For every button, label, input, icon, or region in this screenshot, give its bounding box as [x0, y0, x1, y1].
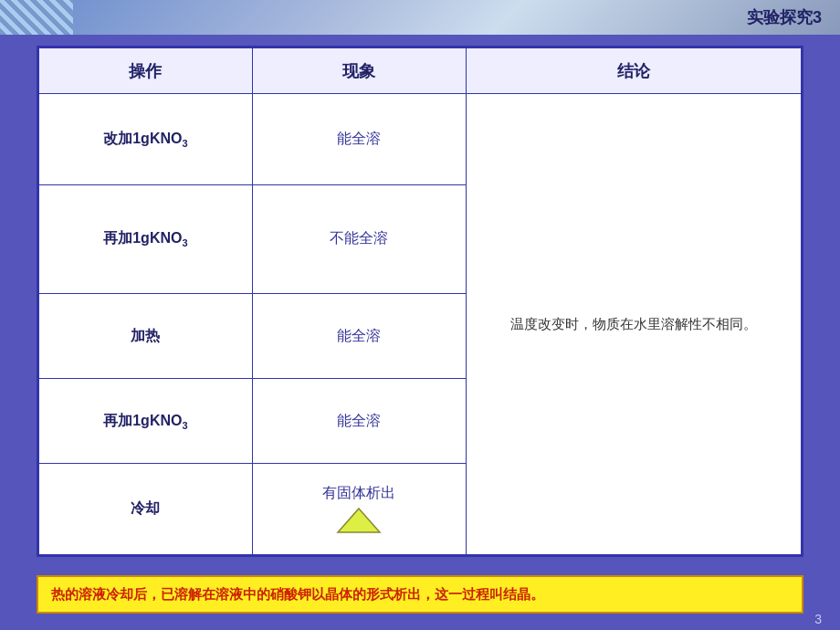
slide-title: 实验探究3: [747, 6, 822, 28]
svg-marker-0: [338, 509, 380, 532]
phenomenon-text-5: 有固体析出: [260, 484, 458, 503]
phen-cell-3: 能全溶: [252, 294, 466, 379]
op-cell-4: 再加1gKNO3: [39, 379, 253, 464]
experiment-table: 操作 现象 结论 改加1gKNO3 能全溶 温度改变时，物质在水里溶解性不相同。: [38, 47, 802, 555]
op-cell-1: 改加1gKNO3: [39, 94, 253, 185]
conclusion-text: 温度改变时，物质在水里溶解性不相同。: [510, 316, 757, 331]
phen-cell-5: 有固体析出: [252, 464, 466, 555]
op-cell-3: 加热: [39, 294, 253, 379]
op-cell-2: 再加1gKNO3: [39, 184, 253, 294]
bottom-text-bar: 热的溶液冷却后，已溶解在溶液中的硝酸钾以晶体的形式析出，这一过程叫结晶。: [37, 575, 803, 614]
phen-cell-1: 能全溶: [252, 94, 466, 185]
phen-cell-2: 不能全溶: [252, 184, 466, 294]
phen-cell-4: 能全溶: [252, 379, 466, 464]
conc-cell-merged: 温度改变时，物质在水里溶解性不相同。: [466, 94, 801, 555]
slide-background: 实验探究3 操作 现象 结论 改加1gKNO3 能全溶 温度改: [0, 0, 840, 630]
table-row: 改加1gKNO3 能全溶 温度改变时，物质在水里溶解性不相同。: [39, 94, 802, 185]
page-number: 3: [814, 612, 822, 626]
header-phenomenon: 现象: [252, 48, 466, 94]
up-arrow-icon: [336, 507, 382, 534]
bottom-text: 热的溶液冷却后，已溶解在溶液中的硝酸钾以晶体的形式析出，这一过程叫结晶。: [51, 586, 544, 602]
header-conclusion: 结论: [466, 48, 801, 94]
top-bar-pattern: [0, 0, 73, 35]
content-area: 操作 现象 结论 改加1gKNO3 能全溶 温度改变时，物质在水里溶解性不相同。: [37, 46, 803, 557]
header-operation: 操作: [39, 48, 253, 94]
top-bar: 实验探究3: [0, 0, 840, 35]
op-cell-5: 冷却: [39, 464, 253, 555]
